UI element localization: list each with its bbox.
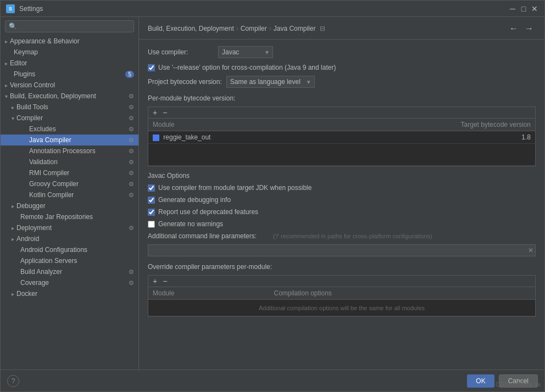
sidebar-item-debugger[interactable]: ▸Debugger bbox=[1, 200, 138, 211]
sidebar-item-excludes[interactable]: Excludes⚙ bbox=[1, 124, 138, 135]
cmd-params-input[interactable] bbox=[148, 244, 536, 256]
nav-list: ▸Appearance & BehaviorKeymap▸EditorPlugi… bbox=[1, 36, 138, 299]
bytecode-version-select[interactable]: Same as language level bbox=[226, 76, 315, 88]
sidebar-item-plugins[interactable]: Plugins5 bbox=[1, 69, 138, 80]
col-target-bytecode: Target bytecode version bbox=[326, 119, 535, 131]
settings-icon: ⚙ bbox=[129, 104, 134, 111]
per-module-remove-button[interactable]: − bbox=[160, 109, 169, 116]
override-remove-button[interactable]: − bbox=[160, 277, 169, 285]
search-input[interactable] bbox=[5, 20, 134, 32]
override-col-options: Compilation options bbox=[269, 287, 535, 300]
sidebar-item-appearance[interactable]: ▸Appearance & Behavior bbox=[1, 36, 138, 47]
sidebar-item-version-control[interactable]: ▸Version Control bbox=[1, 80, 138, 91]
override-col-module: Module bbox=[148, 287, 269, 300]
watermark: CSDN @Major_xx bbox=[496, 382, 541, 388]
use-compiler-label: Use compiler: bbox=[148, 48, 214, 56]
sidebar-item-build-execution[interactable]: ▾Build, Execution, Deployment⚙ bbox=[1, 91, 138, 102]
sidebar-item-compiler[interactable]: ▾Compiler⚙ bbox=[1, 113, 138, 124]
bytecode-version-label: Project bytecode version: bbox=[148, 78, 222, 86]
sidebar-item-coverage[interactable]: Coverage⚙ bbox=[1, 277, 138, 288]
breadcrumb-sep-1: › bbox=[236, 25, 238, 32]
sidebar-item-keymap[interactable]: Keymap bbox=[1, 47, 138, 58]
maximize-button[interactable]: □ bbox=[519, 4, 528, 13]
override-table-container: + − Module Compilation options Add bbox=[148, 275, 536, 317]
breadcrumb: Build, Execution, Deployment › Compiler … bbox=[148, 25, 325, 32]
sidebar-item-label: Debugger bbox=[16, 202, 46, 210]
sidebar-item-kotlin-compiler[interactable]: Kotlin Compiler⚙ bbox=[1, 189, 138, 200]
bytecode-version-select-wrapper: Same as language level ▼ bbox=[226, 76, 315, 88]
minimize-button[interactable]: ─ bbox=[508, 4, 517, 13]
cmd-input-wrapper: ✕ bbox=[148, 244, 536, 256]
expand-arrow-icon: ▸ bbox=[12, 104, 14, 110]
settings-icon: ⚙ bbox=[129, 225, 134, 232]
javac-checkbox-1[interactable] bbox=[148, 197, 155, 204]
sidebar-item-label: Validation bbox=[29, 158, 58, 166]
compiler-select[interactable]: Javac Eclipse Ajc bbox=[218, 46, 273, 58]
sidebar-item-annotation-processors[interactable]: Annotation Processors⚙ bbox=[1, 145, 138, 156]
main-content: ▸Appearance & BehaviorKeymap▸EditorPlugi… bbox=[1, 17, 544, 369]
javac-options-title: Javac Options bbox=[148, 172, 536, 180]
sidebar-item-build-analyzer[interactable]: Build Analyzer⚙ bbox=[1, 266, 138, 277]
app-icon: S bbox=[6, 4, 15, 13]
per-module-label: Per-module bytecode version: bbox=[148, 94, 536, 102]
settings-window: S Settings ─ □ ✕ ▸Appearance & BehaviorK… bbox=[0, 0, 545, 392]
override-hint: Additional compilation options will be t… bbox=[148, 300, 535, 316]
version-cell: 1.8 bbox=[326, 131, 535, 144]
javac-checkbox-2[interactable] bbox=[148, 209, 155, 216]
sidebar-item-deployment[interactable]: ▸Deployment⚙ bbox=[1, 222, 138, 233]
expand-arrow-icon: ▸ bbox=[5, 60, 8, 66]
per-module-table: Module Target bytecode version reggie_ta… bbox=[148, 119, 535, 166]
sidebar-item-remote-jar[interactable]: Remote Jar Repositories bbox=[1, 211, 138, 222]
sidebar-item-label: Editor bbox=[10, 59, 27, 67]
ok-button[interactable]: OK bbox=[467, 374, 494, 388]
sidebar-item-label: Android Configurations bbox=[20, 246, 87, 254]
settings-icon: ⚙ bbox=[129, 93, 134, 100]
sidebar-item-label: Build, Execution, Deployment bbox=[10, 92, 96, 100]
window-controls: ─ □ ✕ bbox=[508, 4, 539, 13]
table-row: reggie_take_out 1.8 bbox=[148, 131, 535, 144]
expand-arrow-icon: ▾ bbox=[12, 115, 14, 121]
compiler-select-wrapper: Javac Eclipse Ajc ▼ bbox=[218, 46, 273, 58]
sidebar-item-android-configs[interactable]: Android Configurations bbox=[1, 244, 138, 255]
breadcrumb-sep-2: › bbox=[269, 25, 271, 32]
override-label: Override compiler parameters per-module: bbox=[148, 263, 536, 271]
sidebar-item-build-tools[interactable]: ▸Build Tools⚙ bbox=[1, 102, 138, 113]
cmd-params-label: Additional command line parameters: bbox=[148, 232, 269, 240]
breadcrumb-bookmark-icon: ⊟ bbox=[320, 25, 325, 32]
sidebar-item-application-servers[interactable]: Application Servers bbox=[1, 255, 138, 266]
back-button[interactable]: ← bbox=[507, 23, 520, 35]
sidebar-item-docker[interactable]: ▸Docker bbox=[1, 288, 138, 299]
javac-checkbox-0[interactable] bbox=[148, 184, 155, 192]
sidebar-item-java-compiler[interactable]: Java Compiler⚙ bbox=[1, 135, 138, 145]
sidebar-item-label: RMI Compiler bbox=[29, 169, 69, 177]
settings-icon: ⚙ bbox=[129, 126, 134, 133]
sidebar-item-validation[interactable]: Validation⚙ bbox=[1, 156, 138, 167]
settings-icon: ⚙ bbox=[129, 279, 134, 287]
sidebar-item-editor[interactable]: ▸Editor bbox=[1, 58, 138, 69]
compiler-row: Use compiler: Javac Eclipse Ajc ▼ bbox=[148, 46, 536, 58]
main-header: Build, Execution, Deployment › Compiler … bbox=[139, 17, 544, 40]
override-add-button[interactable]: + bbox=[151, 277, 159, 285]
expand-arrow-icon: ▸ bbox=[12, 203, 14, 209]
javac-checkbox-row-1: Generate debugging info bbox=[148, 196, 536, 204]
sidebar-item-groovy-compiler[interactable]: Groovy Compiler⚙ bbox=[1, 178, 138, 189]
override-table: Module Compilation options Additional co… bbox=[148, 287, 535, 316]
cross-compile-checkbox[interactable] bbox=[148, 64, 155, 71]
cmd-params-row: Additional command line parameters: ('/'… bbox=[148, 232, 536, 240]
javac-checkbox-label-1: Generate debugging info bbox=[158, 196, 231, 204]
forward-button[interactable]: → bbox=[522, 23, 536, 35]
javac-checkbox-row-2: Report use of deprecated features bbox=[148, 208, 536, 216]
sidebar-item-rmi-compiler[interactable]: RMI Compiler⚙ bbox=[1, 167, 138, 178]
title-bar: S Settings ─ □ ✕ bbox=[1, 1, 544, 17]
settings-icon: ⚙ bbox=[129, 192, 134, 199]
per-module-add-button[interactable]: + bbox=[151, 109, 159, 116]
sidebar-item-android[interactable]: ▸Android bbox=[1, 233, 138, 244]
module-icon bbox=[153, 135, 159, 141]
sidebar-item-label: Android bbox=[16, 235, 39, 243]
expand-arrow-icon: ▸ bbox=[12, 291, 14, 297]
close-button[interactable]: ✕ bbox=[530, 4, 539, 13]
javac-checkbox-3[interactable] bbox=[148, 221, 155, 228]
expand-arrow-icon: ▸ bbox=[5, 82, 8, 88]
help-button[interactable]: ? bbox=[7, 375, 19, 387]
cmd-clear-button[interactable]: ✕ bbox=[528, 247, 533, 254]
